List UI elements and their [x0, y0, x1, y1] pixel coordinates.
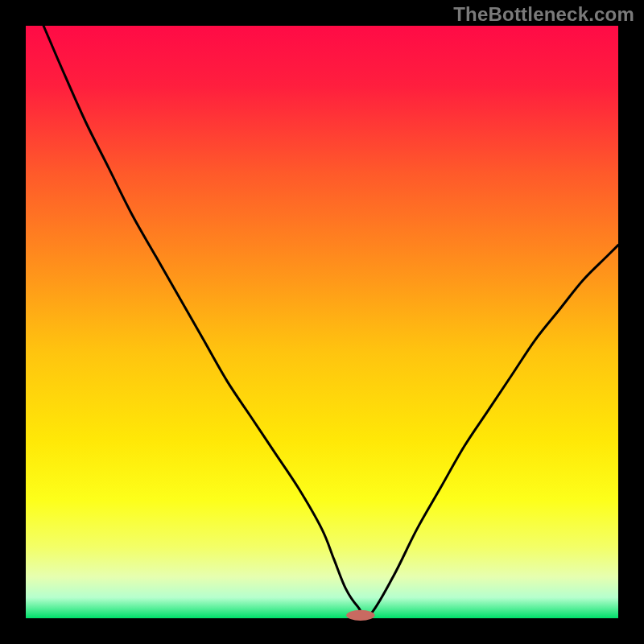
- watermark-label: TheBottleneck.com: [453, 3, 634, 26]
- optimal-marker: [346, 610, 374, 621]
- chart-container: TheBottleneck.com: [0, 0, 644, 644]
- bottleneck-chart: [0, 0, 644, 644]
